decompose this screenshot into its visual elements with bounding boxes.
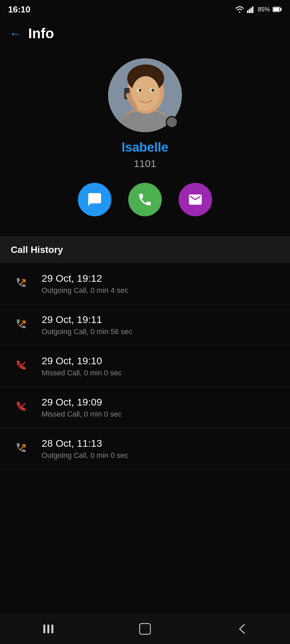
call-list-item[interactable]: 29 Oct, 19:11 Outgoing Call, 0 min 56 se… bbox=[0, 305, 290, 346]
call-date-time: 29 Oct, 19:09 bbox=[42, 396, 122, 408]
call-type-label: Outgoing Call, 0 min 4 sec bbox=[42, 286, 128, 295]
wifi-icon bbox=[235, 6, 244, 13]
call-list-item[interactable]: 29 Oct, 19:12 Outgoing Call, 0 min 4 sec bbox=[0, 263, 290, 305]
outgoing-call-icon bbox=[14, 276, 29, 291]
call-details: 29 Oct, 19:12 Outgoing Call, 0 min 4 sec bbox=[42, 273, 128, 295]
svg-rect-1 bbox=[249, 9, 250, 13]
svg-line-23 bbox=[20, 362, 25, 367]
call-icon-wrapper bbox=[11, 314, 32, 336]
battery-icon bbox=[273, 6, 282, 12]
call-list-item[interactable]: 29 Oct, 19:09 Missed Call, 0 min 0 sec bbox=[0, 387, 290, 428]
back-nav-button[interactable] bbox=[228, 615, 255, 642]
chat-button[interactable] bbox=[78, 183, 111, 216]
svg-line-22 bbox=[20, 321, 25, 325]
contact-name: Isabelle bbox=[122, 140, 168, 155]
call-date-time: 29 Oct, 19:11 bbox=[42, 314, 132, 325]
home-button[interactable] bbox=[132, 615, 158, 642]
call-date-time: 29 Oct, 19:10 bbox=[42, 355, 122, 367]
svg-rect-3 bbox=[252, 6, 253, 13]
missed-call-icon bbox=[14, 359, 29, 374]
avatar-status-dot bbox=[166, 116, 178, 128]
signal-icon bbox=[247, 6, 255, 13]
battery-percentage: 85% bbox=[258, 6, 270, 13]
header: ← Info bbox=[0, 17, 290, 48]
call-history-title: Call History bbox=[11, 245, 279, 255]
call-icon-wrapper bbox=[11, 397, 32, 418]
call-icon-wrapper bbox=[11, 356, 32, 377]
call-details: 28 Oct, 11:13 Outgoing Call, 0 min 0 sec bbox=[42, 438, 128, 460]
back-button[interactable]: ← bbox=[9, 28, 21, 40]
call-type-label: Outgoing Call, 0 min 56 sec bbox=[42, 327, 132, 336]
recent-apps-icon bbox=[43, 624, 54, 634]
contact-extension: 1101 bbox=[134, 158, 156, 169]
svg-rect-2 bbox=[250, 8, 252, 13]
home-icon bbox=[138, 622, 152, 636]
status-bar: 16:10 85% bbox=[0, 0, 290, 17]
chat-icon bbox=[87, 192, 102, 207]
avatar bbox=[108, 58, 182, 132]
outgoing-call-icon bbox=[14, 318, 29, 332]
call-type-label: Outgoing Call, 0 min 0 sec bbox=[42, 451, 128, 460]
call-list: 29 Oct, 19:12 Outgoing Call, 0 min 4 sec… bbox=[0, 263, 290, 470]
svg-point-16 bbox=[139, 89, 141, 92]
call-list-item[interactable]: 28 Oct, 11:13 Outgoing Call, 0 min 0 sec bbox=[0, 428, 290, 470]
action-buttons bbox=[78, 183, 212, 216]
call-list-item[interactable]: 29 Oct, 19:10 Missed Call, 0 min 0 sec bbox=[0, 346, 290, 387]
profile-section: Isabelle 1101 bbox=[0, 48, 290, 233]
svg-point-19 bbox=[152, 95, 159, 99]
outgoing-call-icon bbox=[14, 441, 29, 456]
svg-point-18 bbox=[132, 95, 139, 99]
call-details: 29 Oct, 19:09 Missed Call, 0 min 0 sec bbox=[42, 396, 122, 419]
svg-line-21 bbox=[20, 280, 25, 284]
svg-rect-28 bbox=[51, 625, 53, 633]
bottom-navigation bbox=[0, 614, 290, 644]
call-details: 29 Oct, 19:10 Missed Call, 0 min 0 sec bbox=[42, 355, 122, 377]
svg-rect-0 bbox=[247, 10, 248, 13]
call-date-time: 29 Oct, 19:12 bbox=[42, 273, 128, 284]
call-button[interactable] bbox=[128, 183, 162, 216]
missed-call-icon bbox=[14, 400, 29, 415]
page-title: Info bbox=[28, 25, 54, 42]
call-icon-wrapper bbox=[11, 273, 32, 294]
call-details: 29 Oct, 19:11 Outgoing Call, 0 min 56 se… bbox=[42, 314, 132, 336]
recent-apps-button[interactable] bbox=[35, 615, 62, 642]
svg-rect-6 bbox=[274, 8, 280, 11]
back-nav-icon bbox=[237, 623, 246, 635]
phone-icon bbox=[137, 192, 153, 207]
svg-line-24 bbox=[20, 404, 25, 408]
svg-rect-26 bbox=[43, 625, 45, 633]
svg-rect-5 bbox=[280, 8, 282, 11]
svg-rect-27 bbox=[47, 625, 49, 633]
call-type-label: Missed Call, 0 min 0 sec bbox=[42, 410, 122, 419]
call-history-section: Call History bbox=[0, 236, 290, 263]
svg-line-25 bbox=[20, 445, 25, 449]
call-date-time: 28 Oct, 11:13 bbox=[42, 438, 128, 449]
status-time: 16:10 bbox=[8, 4, 31, 15]
svg-rect-29 bbox=[140, 624, 150, 634]
call-icon-wrapper bbox=[11, 438, 32, 460]
svg-point-17 bbox=[151, 89, 154, 92]
email-button[interactable] bbox=[179, 183, 212, 216]
email-icon bbox=[188, 192, 203, 207]
call-type-label: Missed Call, 0 min 0 sec bbox=[42, 369, 122, 377]
status-icons: 85% bbox=[235, 6, 282, 13]
